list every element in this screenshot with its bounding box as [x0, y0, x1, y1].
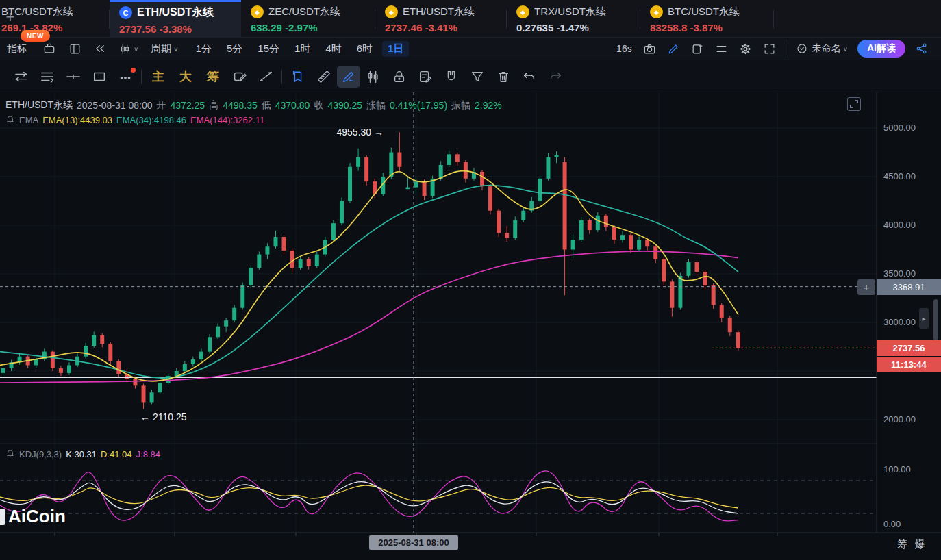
edit-box-icon[interactable] — [227, 65, 253, 88]
horizontal-line-tool-icon[interactable] — [60, 65, 86, 88]
aicoin-watermark: AiCoin — [1, 506, 66, 527]
indicators-button[interactable]: 指标 — [7, 42, 27, 55]
draw-pencil-icon[interactable] — [667, 42, 680, 55]
rectangle-tool-icon[interactable] — [86, 65, 112, 88]
tab-price: 83258.8 — [650, 22, 687, 34]
timeframe-list: 1分5分15分1时4时6时1日 — [188, 41, 412, 57]
y-axis-label: 3000.00 — [883, 317, 916, 327]
binance-coin-icon: ◆ — [516, 5, 529, 18]
main-toolbar: 指标 ∨ 周期∨ 1分5分15分1时4时6时1日 16s — [0, 38, 941, 60]
bar-countdown: 16s — [616, 43, 632, 54]
lines-list-icon[interactable] — [34, 65, 60, 88]
panel-expand-arrow[interactable]: ▸ — [919, 308, 929, 329]
alert-bell-icon[interactable] — [5, 114, 15, 126]
kdj-d-value: D:41.04 — [101, 449, 132, 459]
kdj-axis-label: 0.00 — [883, 519, 901, 529]
tab-change: -1.47% — [556, 22, 589, 34]
trend-line-icon[interactable] — [253, 65, 279, 88]
ema-header: EMA EMA(13):4439.03 EMA(34):4198.46 EMA(… — [5, 114, 264, 126]
timeframe-4时[interactable]: 4时 — [320, 41, 347, 57]
main-chart-button[interactable]: 主 — [145, 68, 172, 85]
chips-axis-button[interactable]: 筹 — [897, 538, 907, 551]
template-icon[interactable] — [42, 42, 56, 55]
tab-change: -2.97% — [285, 22, 318, 34]
brush-tool-icon-selected[interactable] — [337, 66, 360, 88]
timeframe-1日[interactable]: 1日 — [382, 41, 409, 57]
trading-app: BTC/USDT永续 269.1 -3.82% CETH/USDT永续 2737… — [0, 0, 941, 560]
chart-symbol: ETH/USDT永续 — [5, 99, 73, 112]
trash-delete-icon[interactable] — [490, 65, 516, 88]
add-symbol-tab-button[interactable]: + — [0, 8, 21, 26]
notification-dot — [131, 68, 136, 73]
y-axis-label: 5000.00 — [883, 123, 916, 133]
timeframe-5分[interactable]: 5分 — [221, 41, 248, 57]
symbol-tabbar: BTC/USDT永续 269.1 -3.82% CETH/USDT永续 2737… — [0, 0, 941, 38]
ath-annotation: 4955.30 → — [337, 127, 384, 138]
y-axis-label: 2000.00 — [883, 414, 916, 424]
add-pane-icon[interactable] — [691, 42, 704, 55]
liquidation-axis-button[interactable]: 爆 — [915, 538, 925, 551]
tab-eth-usdt-2[interactable]: ◆ETH/USDT永续 2737.46 -3.41% — [375, 0, 507, 38]
layout-save-dropdown[interactable]: 未命名 ∨ — [796, 42, 848, 55]
price-alert-plus-button[interactable]: + — [857, 279, 875, 295]
kdj-j-value: J:8.84 — [136, 449, 160, 459]
candle-countdown-label: 11:13:44 — [877, 357, 941, 372]
chart-type-selector[interactable]: ∨ — [118, 42, 138, 55]
timeframe-6时[interactable]: 6时 — [351, 41, 378, 57]
replay-rewind-icon[interactable] — [94, 42, 106, 55]
fullscreen-icon[interactable] — [763, 42, 776, 55]
pane-maximize-icon[interactable] — [847, 97, 861, 111]
vertical-scrollbar[interactable] — [933, 299, 938, 340]
chips-button[interactable]: 筹 — [199, 68, 227, 85]
tab-eth-usdt-selected[interactable]: CETH/USDT永续 2737.56 -3.38% — [110, 0, 241, 38]
binance-coin-icon: ◆ — [650, 5, 663, 18]
tab-separator — [773, 10, 774, 29]
tab-btc-usdt-2[interactable]: ◆BTC/USDT永续 83258.8 -3.87% — [640, 0, 774, 38]
chevron-down-icon: ∨ — [843, 45, 848, 53]
camera-screenshot-icon[interactable] — [643, 42, 656, 55]
low-value: 4370.80 — [275, 100, 310, 111]
ema34-value: EMA(34):4198.46 — [116, 115, 186, 125]
tab-symbol: ZEC/USDT永续 — [268, 5, 340, 18]
more-tools-icon[interactable] — [112, 65, 138, 88]
period-dropdown[interactable]: 周期∨ — [151, 42, 178, 55]
magnet-icon[interactable] — [438, 65, 464, 88]
filter-funnel-icon[interactable] — [464, 65, 490, 88]
tab-change: -3.87% — [690, 22, 723, 34]
y-axis-label: 3500.00 — [883, 268, 916, 279]
new-feature-badge: NEW — [21, 30, 50, 42]
aicoin-logo — [0, 509, 5, 525]
lock-icon[interactable] — [386, 65, 412, 88]
redo-icon[interactable] — [542, 65, 568, 88]
alert-bell-icon[interactable] — [5, 448, 15, 460]
layout-name: 未命名 — [812, 42, 841, 55]
settings-gear-icon[interactable] — [739, 42, 752, 55]
chart-area[interactable]: ETH/USDT永续 2025-08-31 08:00 开4372.25 高44… — [0, 92, 941, 560]
ema144-value: EMA(144):3262.11 — [190, 115, 264, 125]
bookmark-favorites-icon[interactable] — [285, 65, 311, 88]
timeframe-1时[interactable]: 1时 — [289, 41, 316, 57]
timeframe-15分[interactable]: 15分 — [252, 41, 285, 57]
drawbar-divider — [141, 70, 142, 84]
tab-price: 0.27635 — [516, 22, 553, 34]
candlestick-pattern-icon[interactable] — [360, 65, 386, 88]
ohlc-header: ETH/USDT永续 2025-08-31 08:00 开4372.25 高44… — [5, 99, 502, 112]
y-axis-label: 4500.00 — [883, 171, 916, 181]
binance-coin-icon: ◆ — [385, 5, 398, 18]
note-edit-icon[interactable] — [412, 65, 438, 88]
share-icon[interactable] — [915, 42, 929, 55]
tab-trx-usdt[interactable]: ◆TRX/USDT永续 0.27635 -1.47% — [507, 0, 640, 38]
large-view-button[interactable]: 大 — [172, 68, 199, 85]
layout-grid-icon[interactable] — [68, 42, 81, 55]
ruler-measure-icon[interactable] — [311, 65, 337, 88]
tab-price: 638.29 — [251, 22, 282, 34]
tab-change: -3.41% — [425, 22, 457, 34]
drawbar-divider — [281, 70, 282, 84]
object-tree-icon[interactable] — [715, 42, 728, 55]
undo-icon[interactable] — [516, 65, 542, 88]
timeframe-1分[interactable]: 1分 — [190, 41, 217, 57]
tab-price: 2737.46 — [385, 22, 422, 34]
indicator-lines-icon[interactable] — [8, 65, 34, 88]
ai-analysis-button[interactable]: AI解读 — [857, 40, 905, 58]
tab-zec-usdt[interactable]: ◆ZEC/USDT永续 638.29 -2.97% — [241, 0, 375, 38]
